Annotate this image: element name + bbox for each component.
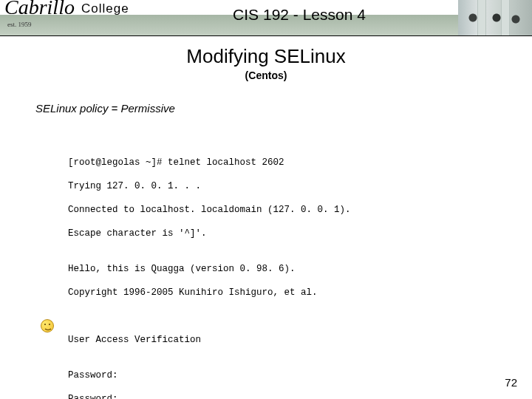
term-line: Trying 127. 0. 0. 1. . .: [68, 180, 351, 192]
logo-college-text: College: [81, 1, 129, 16]
header-photo: [458, 0, 532, 35]
term-line: Hello, this is Quagga (version 0. 98. 6)…: [68, 263, 351, 275]
logo-script-text: Cabrillo: [4, 0, 75, 19]
term-line: [root@legolas ~]# telnet localhost 2602: [68, 157, 351, 168]
term-line: Escape character is '^]'.: [68, 228, 351, 239]
term-line: User Access Verification: [68, 334, 351, 346]
slide-subtitle: (Centos): [0, 69, 532, 81]
slide-header: Cabrillo College est. 1959 CIS 192 - Les…: [0, 0, 532, 36]
term-line: Copyright 1996-2005 Kunihiro Ishiguro, e…: [68, 287, 351, 299]
college-logo: Cabrillo College est. 1959: [0, 0, 152, 35]
logo-est-text: est. 1959: [7, 21, 32, 28]
slide-title: Modifying SELinux: [0, 45, 532, 68]
page-number: 72: [505, 376, 517, 389]
course-title: CIS 192 - Lesson 4: [148, 6, 451, 24]
terminal-output: [root@legolas ~]# telnet localhost 2602 …: [68, 145, 351, 399]
smiley-icon: [41, 319, 54, 332]
term-line: Password:: [68, 369, 351, 381]
term-line: Password:: [68, 393, 351, 399]
term-line: Connected to localhost. localdomain (127…: [68, 204, 351, 216]
policy-line: SELinux policy = Permissive: [35, 102, 532, 115]
